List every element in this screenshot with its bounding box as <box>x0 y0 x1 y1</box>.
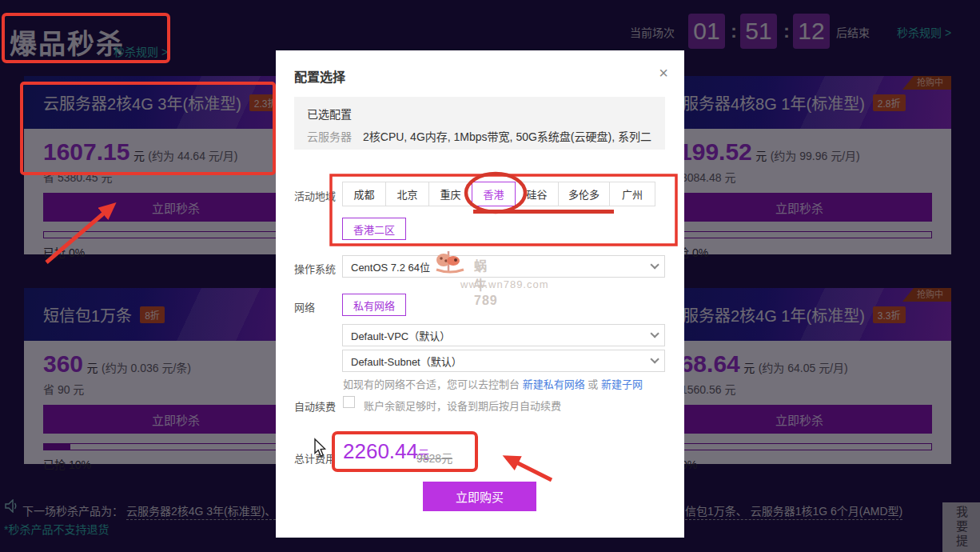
region-tab-beijing[interactable]: 北京 <box>385 182 429 206</box>
total-label: 总计费用 <box>294 450 336 466</box>
modal-title: 配置选择 <box>294 66 345 86</box>
create-vpc-link[interactable]: 新建私有网络 <box>523 378 585 390</box>
network-label: 网络 <box>294 299 315 314</box>
auto-renew-checkbox[interactable] <box>343 396 355 408</box>
region-tab-siliconvalley[interactable]: 硅谷 <box>515 182 559 206</box>
os-label: 操作系统 <box>294 261 336 276</box>
chevron-down-icon <box>650 329 659 338</box>
vpc-select[interactable]: Default-VPC（默认） <box>342 324 665 346</box>
selected-config-panel: 已选配置 云服务器2核CPU, 4G内存, 1Mbps带宽, 50G系统盘(云硬… <box>294 97 665 150</box>
help-prefix: 如现有的网络不合适，您可以去控制台 <box>343 378 523 390</box>
selected-config-heading: 已选配置 <box>307 106 652 122</box>
buy-now-button[interactable]: 立即购买 <box>423 482 536 511</box>
region-tab-hongkong-selected[interactable]: 香港 <box>472 182 516 206</box>
region-tab-chengdu[interactable]: 成都 <box>342 182 386 206</box>
chevron-down-icon <box>650 354 659 363</box>
zone-button-hongkong-2[interactable]: 香港二区 <box>342 218 406 240</box>
subnet-select[interactable]: Default-Subnet（默认） <box>342 350 665 372</box>
help-mid: 或 <box>585 378 601 390</box>
config-modal: 配置选择 × 已选配置 云服务器2核CPU, 4G内存, 1Mbps带宽, 50… <box>276 50 684 538</box>
vpc-select-value: Default-VPC（默认） <box>351 328 450 343</box>
private-network-button[interactable]: 私有网络 <box>342 294 406 316</box>
chevron-down-icon <box>650 260 659 269</box>
network-help-text: 如现有的网络不合适，您可以去控制台 新建私有网络 或 新建子网 <box>343 376 643 391</box>
subnet-select-value: Default-Subnet（默认） <box>351 354 462 369</box>
original-price: 9828元 <box>416 450 452 466</box>
auto-renew-label: 自动续费 <box>294 398 336 414</box>
create-subnet-link[interactable]: 新建子网 <box>601 378 643 390</box>
seckill-page: 爆品秒杀 秒杀规则 > 当前场次 01 : 51 : 12 后结束 秒杀规则 >… <box>0 0 980 552</box>
region-tab-toronto[interactable]: 多伦多 <box>558 182 610 206</box>
total-price-value: 2260.44 <box>343 439 418 463</box>
watermark-url: www.wn789.com <box>460 278 549 290</box>
region-tab-guangzhou[interactable]: 广州 <box>609 182 655 206</box>
selected-config-value: 2核CPU, 4G内存, 1Mbps带宽, 50G系统盘(云硬盘), 系列二 <box>363 130 651 143</box>
os-select[interactable]: CentOS 7.2 64位 <box>342 255 665 278</box>
selected-config-row: 云服务器2核CPU, 4G内存, 1Mbps带宽, 50G系统盘(云硬盘), 系… <box>307 128 652 144</box>
region-label: 活动地域 <box>294 188 336 203</box>
close-icon[interactable]: × <box>659 65 668 81</box>
os-select-value: CentOS 7.2 64位 <box>351 259 430 274</box>
region-tabs: 成都 北京 重庆 香港 硅谷 多伦多 广州 <box>342 182 655 206</box>
region-tab-chongqing[interactable]: 重庆 <box>428 182 472 206</box>
auto-renew-text: 账户余额足够时，设备到期后按月自动续费 <box>364 398 561 413</box>
selected-config-label: 云服务器 <box>307 130 352 143</box>
